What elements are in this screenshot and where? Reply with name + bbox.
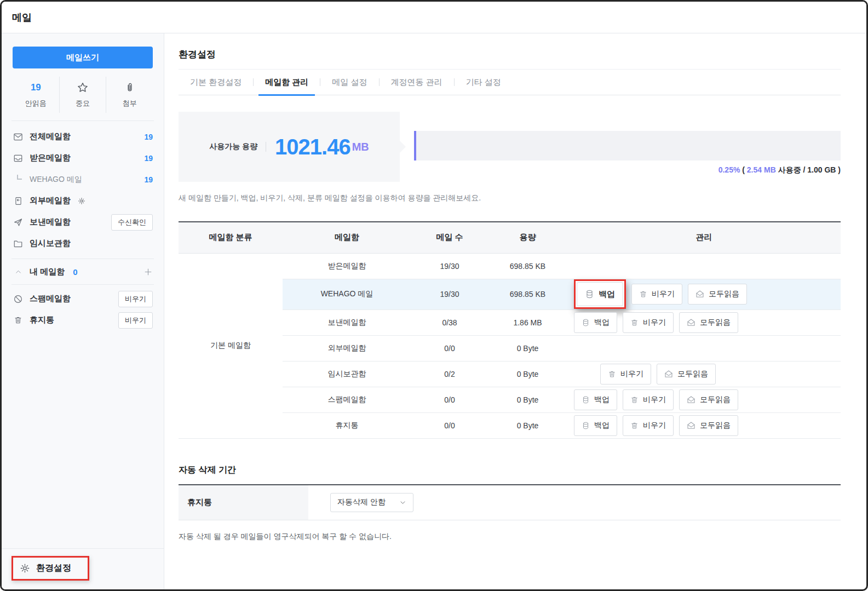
database-icon [585,289,594,299]
paperclip-icon [124,81,135,94]
sidebar-item-sent[interactable]: 보낸메일함 수신확인 [2,211,164,233]
settings-tabs: 기본 환경설정 메일함 관리 메일 설정 계정연동 관리 기타 설정 [179,70,841,95]
sidebar-item-wehago-mail[interactable]: WEHAGO 메일 19 [2,169,164,190]
folder-label: 스팸메일함 [30,294,71,304]
folder-label: 임시보관함 [30,238,71,249]
backup-button[interactable]: 백업 [574,415,617,436]
chevron-up-icon[interactable] [13,268,24,276]
manage-cell: 백업 비우기 모두읽음 [567,279,841,309]
receipt-check-button[interactable]: 수신확인 [111,214,153,231]
read-all-button[interactable]: 모두읽음 [679,389,738,410]
manage-cell [567,253,841,279]
unread-count: 19 [31,81,41,94]
empty-button[interactable]: 비우기 [623,415,674,436]
folder-label: 보낸메일함 [30,217,71,227]
mail-open-icon [664,370,673,378]
trash-icon [630,395,639,404]
folder-label: 휴지통 [30,315,54,325]
mailbox-name: 받은메일함 [283,253,411,279]
backup-label: 백업 [594,318,610,328]
mailbox-name: 임시보관함 [283,361,411,387]
tab-mailbox-management[interactable]: 메일함 관리 [254,70,320,95]
read-all-label: 모두읽음 [700,318,731,328]
tab-account-link[interactable]: 계정연동 관리 [380,70,454,95]
settings-button[interactable]: 환경설정 [12,556,89,581]
sidebar-item-inbox[interactable]: 받은메일함 19 [2,147,164,169]
available-capacity: 사용가능 용량 1021.46 MB [179,112,400,182]
block-icon [13,294,24,304]
inbox-icon [13,153,24,163]
stat-attachment[interactable]: 첨부 [106,77,153,113]
mail-stats: 19 안읽음 중요 첨부 [13,77,153,121]
usage-progress-track [414,131,841,160]
folder-list: 전체메일함 19 받은메일함 19 WEHAGO 메일 19 [2,121,164,331]
mailbox-table: 메일함 분류 메일함 메일 수 용량 관리 기본 메일함 받은메일함 19/30… [179,221,841,439]
sidebar-item-all-mail[interactable]: 전체메일함 19 [2,126,164,147]
folder-settings-gear-icon[interactable] [78,197,85,205]
stat-starred[interactable]: 중요 [59,77,106,113]
starred-label: 중요 [76,99,90,108]
sidebar-item-drafts[interactable]: 임시보관함 [2,233,164,254]
backup-button[interactable]: 백업 [574,312,617,333]
empty-spam-button[interactable]: 비우기 [118,291,153,307]
auto-delete-select[interactable]: 자동삭제 안함 [330,493,413,512]
read-all-label: 모두읽음 [709,289,739,299]
read-all-button[interactable]: 모두읽음 [657,364,716,385]
backup-button[interactable]: 백업 [574,389,617,410]
usage-percent: 0.25% [718,165,740,174]
read-all-button[interactable]: 모두읽음 [679,415,738,436]
stat-unread[interactable]: 19 안읽음 [13,77,59,113]
mailbox-size: 1.86 MB [488,309,567,335]
usage-bar-area: 0.25% ( 2.54 MB 사용중 / 1.00 GB ) [400,112,841,182]
usage-detail: 사용중 / 1.00 GB ) [776,165,841,174]
col-header-size: 용량 [488,222,567,253]
unread-label: 안읽음 [25,99,47,108]
folder-count: 19 [144,133,153,141]
database-icon [582,421,590,430]
star-icon [77,81,89,94]
mail-open-icon [695,290,704,299]
tab-basic-settings[interactable]: 기본 환경설정 [179,70,253,95]
sidebar-item-external-mail[interactable]: 외부메일함 [2,190,164,211]
backup-label: 백업 [599,289,615,300]
empty-button[interactable]: 비우기 [623,312,674,333]
empty-trash-button[interactable]: 비우기 [118,312,153,329]
backup-label: 백업 [594,421,610,431]
col-header-mail-count: 메일 수 [411,222,488,253]
sidebar-item-trash[interactable]: 휴지통 비우기 [2,309,164,331]
backup-label: 백업 [594,395,610,405]
empty-button[interactable]: 비우기 [600,364,651,385]
tab-mail-settings[interactable]: 메일 설정 [320,70,378,95]
database-icon [582,318,590,327]
sidebar-item-spam[interactable]: 스팸메일함 비우기 [2,288,164,309]
compose-button[interactable]: 메일쓰기 [13,47,153,68]
gear-icon [20,563,30,573]
empty-button[interactable]: 비우기 [631,284,682,305]
empty-button[interactable]: 비우기 [623,389,674,410]
auto-delete-row-label: 휴지통 [179,485,308,520]
auto-delete-row-value: 자동삭제 안함 [308,485,841,520]
folder-count: 19 [144,175,153,184]
trash-icon [13,315,24,325]
my-mailbox-count: 0 [73,267,77,277]
mailbox-size: 698.85 KB [488,279,567,309]
mailbox-group-label: 기본 메일함 [179,253,283,438]
auto-delete-note: 자동 삭제 될 경우 메일들이 영구삭제되어 복구 할 수 없습니다. [179,532,841,542]
mail-count: 0/0 [411,387,488,412]
trash-icon [639,290,647,299]
backup-button[interactable]: 백업 [577,282,623,306]
manage-cell: 비우기 모두읽음 [567,361,841,387]
attachment-label: 첨부 [123,99,137,108]
mail-count: 19/30 [411,253,488,279]
mail-count: 0/2 [411,361,488,387]
col-header-category: 메일함 분류 [179,222,283,253]
sidebar-item-my-mailbox[interactable]: 내 메일함 0 [2,259,164,284]
storage-usage-panel: 사용가능 용량 1021.46 MB 0.25% ( 2.54 MB 사용중 /… [179,112,841,182]
add-mailbox-icon[interactable] [143,267,153,277]
read-all-button[interactable]: 모두읽음 [688,284,747,305]
empty-label: 비우기 [652,289,675,299]
folder-icon [13,239,24,249]
tab-other-settings[interactable]: 기타 설정 [455,70,513,95]
trash-icon [630,421,639,430]
read-all-button[interactable]: 모두읽음 [679,312,738,333]
